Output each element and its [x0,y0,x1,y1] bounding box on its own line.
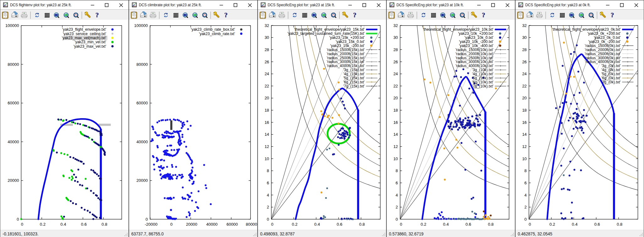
svg-text:0: 0 [271,222,273,227]
svg-text:10: 10 [522,156,527,161]
svg-text:28: 28 [393,47,398,52]
svg-text:4: 4 [524,193,527,198]
svg-text:16: 16 [265,120,269,125]
svg-text:26: 26 [522,60,527,64]
svg-text:0: 0 [529,222,531,227]
svg-text:20: 20 [265,96,269,100]
svg-text:0: 0 [145,217,148,222]
svg-text:32: 32 [393,23,398,28]
svg-text:'radius_3000ft(10k).txt': 'radius_3000ft(10k).txt' [456,60,494,64]
svg-text:'6g_(10k).txt': '6g_(10k).txt' [472,80,494,84]
svg-text:'yak23_10k_-200.txt': 'yak23_10k_-200.txt' [459,40,493,44]
svg-text:0.4: 0.4 [314,222,320,227]
svg-text:10: 10 [393,156,398,161]
svg-text:'radius_3000ft(15k).txt': 'radius_3000ft(15k).txt' [327,60,365,64]
svg-text:30: 30 [393,35,398,40]
svg-text:2: 2 [396,205,398,209]
svg-text:'7g_(0k).txt': '7g_(0k).txt' [601,80,620,84]
svg-text:'7g_(10k).txt': '7g_(10k).txt' [472,84,494,88]
svg-text:30: 30 [522,35,527,40]
svg-text:'theoretical_flight_envelope/y: 'theoretical_flight_envelope/yak23_10k.t… [423,27,494,32]
svg-text:0.2: 0.2 [40,222,46,227]
svg-text:'radius_2000ft(15k).txt': 'radius_2000ft(15k).txt' [327,52,365,56]
svg-text:0.6: 0.6 [594,222,600,227]
svg-text:'4g_(10k).txt': '4g_(10k).txt' [472,72,494,76]
svg-text:'6g_(0k).txt': '6g_(0k).txt' [601,76,620,80]
svg-text:'radius_1500ft(0k).txt': 'radius_1500ft(0k).txt' [585,44,621,48]
svg-text:'radius_2000ft(10k).txt': 'radius_2000ft(10k).txt' [456,52,494,56]
svg-text:0: 0 [396,217,398,222]
svg-text:'yak23_10k_-400.txt': 'yak23_10k_-400.txt' [459,44,493,48]
svg-text:'radius_4000ft(10k).txt': 'radius_4000ft(10k).txt' [456,64,494,68]
svg-text:0.8: 0.8 [359,222,365,227]
svg-text:'radius_2500ft(15k).txt': 'radius_2500ft(15k).txt' [327,56,365,60]
svg-text:20: 20 [393,96,398,100]
svg-text:12: 12 [393,144,398,149]
svg-text:0.2: 0.2 [292,222,297,227]
svg-text:20000: 20000 [136,178,148,183]
svg-text:'radius_1500ft(10k).txt': 'radius_1500ft(10k).txt' [456,48,494,52]
svg-text:'5g_(15k).txt': '5g_(15k).txt' [343,76,365,80]
svg-text:20: 20 [522,96,527,100]
svg-text:'3g_(10k).txt': '3g_(10k).txt' [472,68,494,72]
svg-text:4: 4 [267,193,269,198]
svg-text:32: 32 [522,23,527,28]
svg-text:'7g_(15k).txt': '7g_(15k).txt' [343,84,365,88]
svg-text:'yak23_15k_+200.txt': 'yak23_15k_+200.txt' [329,35,364,40]
svg-text:0: 0 [267,217,269,222]
svg-text:8: 8 [396,168,398,173]
svg-text:'radius_4000ft(0k).txt': 'radius_4000ft(0k).txt' [585,60,621,64]
svg-text:'radius_4000ft(15k).txt': 'radius_4000ft(15k).txt' [327,64,365,68]
svg-text:2: 2 [267,205,269,209]
svg-text:0: 0 [170,222,172,227]
svg-text:'yak23_0k_0.txt': 'yak23_0k_0.txt' [594,35,620,40]
svg-text:100000: 100000 [134,23,148,28]
svg-text:'yak23_15k_0.txt': 'yak23_15k_0.txt' [336,40,365,44]
svg-text:'yak23_0k_-200.txt': 'yak23_0k_-200.txt' [588,40,621,44]
svg-text:0.6: 0.6 [81,222,87,227]
svg-text:'yak23_min_vel.txt': 'yak23_min_vel.txt' [74,40,106,44]
svg-text:'5g_(10k).txt': '5g_(10k).txt' [472,76,494,80]
svg-text:6: 6 [524,181,527,185]
svg-text:0.2: 0.2 [421,222,426,227]
svg-text:6: 6 [267,181,269,185]
svg-text:18: 18 [265,108,269,113]
svg-text:80000: 80000 [8,62,19,67]
svg-text:22: 22 [393,84,398,88]
svg-text:4: 4 [396,193,398,198]
svg-text:'3g_(0k).txt': '3g_(0k).txt' [601,64,620,68]
svg-text:'yak23_climb_rate_box.txt': 'yak23_climb_rate_box.txt' [191,27,235,32]
svg-text:'yak23_10k_0.txt': 'yak23_10k_0.txt' [465,35,494,40]
svg-text:80000: 80000 [136,62,148,67]
svg-text:18: 18 [522,108,527,113]
svg-text:'radius_2500ft(0k).txt': 'radius_2500ft(0k).txt' [585,52,621,56]
svg-text:'yak23_targeted_sustained_turn: 'yak23_targeted_sustained_turn_rate(15K)… [287,31,364,36]
svg-text:8: 8 [524,168,527,173]
svg-text:0.8: 0.8 [617,222,622,227]
svg-text:0.8: 0.8 [101,222,107,227]
svg-text:28: 28 [522,47,527,52]
svg-text:22: 22 [265,84,269,88]
svg-text:'3g_(15k).txt': '3g_(15k).txt' [343,68,365,72]
svg-text:26: 26 [265,60,269,64]
svg-text:'4g_(15k).txt': '4g_(15k).txt' [343,72,365,76]
svg-text:'yak23_climb_rate.txt': 'yak23_climb_rate.txt' [199,32,235,36]
svg-text:'theoretical_flight_envelope/y: 'theoretical_flight_envelope/yak23_15k.t… [294,27,365,32]
svg-text:60000: 60000 [8,101,19,105]
svg-text:'radius_1500ft(15k).txt': 'radius_1500ft(15k).txt' [327,48,365,52]
svg-text:'radius_2000ft(0k).txt': 'radius_2000ft(0k).txt' [585,48,621,52]
svg-text:26: 26 [393,60,398,64]
svg-text:16: 16 [393,120,398,125]
svg-text:20000: 20000 [8,178,19,183]
svg-text:14: 14 [522,132,527,137]
svg-text:'yak23_flight_envelope.txt': 'yak23_flight_envelope.txt' [62,27,106,32]
svg-text:'4g_(0k).txt': '4g_(0k).txt' [601,68,620,72]
svg-text:'radius_3000ft(0k).txt': 'radius_3000ft(0k).txt' [585,56,621,60]
svg-text:80000: 80000 [246,222,257,227]
svg-text:100000: 100000 [5,23,19,28]
svg-text:24: 24 [393,71,398,76]
svg-text:'radius_2500ft(10k).txt': 'radius_2500ft(10k).txt' [456,56,494,60]
svg-text:12: 12 [265,144,269,149]
svg-text:'yak23_10k_+200.txt': 'yak23_10k_+200.txt' [458,31,493,36]
svg-text:24: 24 [265,71,269,76]
